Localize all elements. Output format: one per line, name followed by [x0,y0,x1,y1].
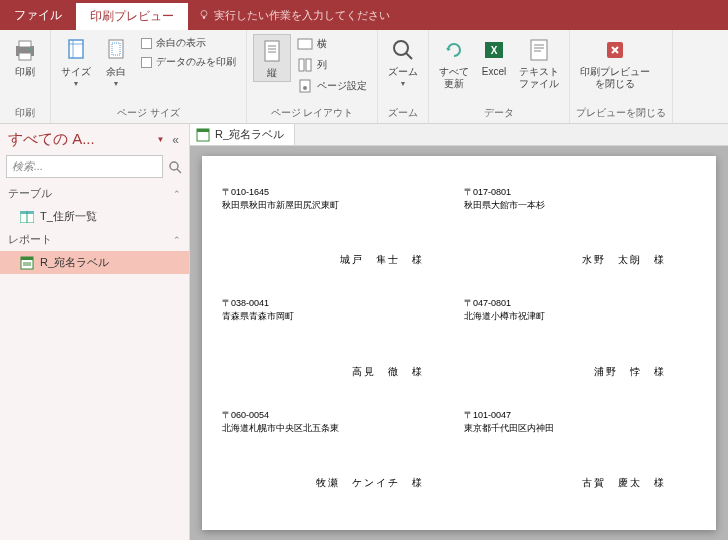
dropdown-icon: ▼ [113,80,120,87]
size-button[interactable]: サイズ ▼ [57,34,95,89]
tell-me-label: 実行したい作業を入力してください [214,8,390,23]
close-icon [601,36,629,64]
address-label: 〒038-0041青森県青森市岡町高見 徹 様 [222,297,454,388]
tab-print-preview[interactable]: 印刷プレビュー [76,0,188,30]
address-label: 〒047-0801北海道小樽市祝津町浦野 悖 様 [464,297,696,388]
refresh-icon [440,36,468,64]
svg-rect-13 [298,39,312,49]
address-line: 秋田県大館市一本杉 [464,199,696,212]
address-line: 北海道札幌市中央区北五条東 [222,422,454,435]
ribbon-group-data: すべて 更新 X Excel テキスト ファイル データ [429,30,570,123]
nav-item-report[interactable]: R_宛名ラベル [0,251,189,274]
address-line: 青森県青森市岡町 [222,310,454,323]
postal-code: 〒101-0047 [464,409,696,422]
svg-rect-15 [306,59,311,71]
svg-line-28 [177,169,181,173]
svg-rect-1 [203,17,205,19]
tell-me-search[interactable]: 実行したい作業を入力してください [188,0,400,30]
report-page: 〒010-1645秋田県秋田市新屋田尻沢東町城戸 隼士 様〒017-0801秋田… [202,156,716,530]
postal-code: 〒060-0054 [222,409,454,422]
nav-section-reports[interactable]: レポート ⌃ [0,228,189,251]
address-line: 東京都千代田区内神田 [464,422,696,435]
margin-icon [102,36,130,64]
page-size-icon [62,36,90,64]
title-bar: ファイル 印刷プレビュー 実行したい作業を入力してください [0,0,728,30]
show-margin-checkbox[interactable]: 余白の表示 [137,34,240,52]
page-setup-button[interactable]: ページ設定 [293,76,371,96]
chevron-up-icon: ⌃ [173,189,181,199]
ribbon-group-close: 印刷プレビュー を閉じる プレビューを閉じる [570,30,673,123]
svg-rect-6 [69,40,83,58]
data-only-checkbox[interactable]: データのみを印刷 [137,53,240,71]
zoom-button[interactable]: ズーム ▼ [384,34,422,89]
svg-rect-4 [19,53,31,60]
document-tab-row: R_宛名ラベル [190,124,728,146]
recipient-name: 古賀 慶太 様 [582,476,666,490]
preview-area[interactable]: 〒010-1645秋田県秋田市新屋田尻沢東町城戸 隼士 様〒017-0801秋田… [190,146,728,540]
document-tab[interactable]: R_宛名ラベル [190,124,295,145]
svg-line-19 [406,53,412,59]
collapse-icon[interactable]: « [170,133,181,147]
svg-point-5 [30,48,32,50]
search-input[interactable]: 検索... [6,155,163,178]
svg-rect-9 [265,41,279,61]
landscape-button[interactable]: 横 [293,34,371,54]
landscape-icon [297,36,313,52]
text-file-icon [525,36,553,64]
portrait-icon [258,37,286,65]
svg-point-0 [201,11,207,17]
svg-rect-22 [531,40,547,60]
dropdown-icon: ▼ [73,80,80,87]
svg-text:X: X [491,45,498,56]
checkbox-icon [141,38,152,49]
page-setup-icon [297,78,313,94]
address-label: 〒010-1645秋田県秋田市新屋田尻沢東町城戸 隼士 様 [222,186,454,277]
nav-header[interactable]: すべての A... ▼ « [0,124,189,155]
zoom-icon [389,36,417,64]
recipient-name: 城戸 隼士 様 [340,253,424,267]
columns-icon [297,57,313,73]
report-icon [196,128,210,142]
dropdown-icon: ▼ [156,135,164,144]
excel-button[interactable]: X Excel [475,34,513,80]
svg-rect-14 [299,59,304,71]
address-label: 〒060-0054北海道札幌市中央区北五条東牧瀬 ケンイチ 様 [222,409,454,500]
columns-button[interactable]: 列 [293,55,371,75]
portrait-button[interactable]: 縦 [253,34,291,82]
print-icon [11,36,39,64]
postal-code: 〒038-0041 [222,297,454,310]
text-file-button[interactable]: テキスト ファイル [515,34,563,92]
search-icon[interactable] [167,159,183,175]
svg-rect-33 [21,257,33,260]
address-line: 北海道小樽市祝津町 [464,310,696,323]
recipient-name: 牧瀬 ケンイチ 様 [316,476,424,490]
checkbox-icon [141,57,152,68]
svg-rect-37 [197,129,209,132]
postal-code: 〒047-0801 [464,297,696,310]
recipient-name: 浦野 悖 様 [594,365,666,379]
postal-code: 〒010-1645 [222,186,454,199]
dropdown-icon: ▼ [400,80,407,87]
recipient-name: 水野 太朗 様 [582,253,666,267]
nav-item-table[interactable]: T_住所一覧 [0,205,189,228]
ribbon: 印刷 印刷 サイズ ▼ 余白 ▼ 余白の表示 [0,30,728,124]
svg-point-17 [303,86,307,90]
close-preview-button[interactable]: 印刷プレビュー を閉じる [576,34,654,92]
margin-button[interactable]: 余白 ▼ [97,34,135,89]
refresh-button[interactable]: すべて 更新 [435,34,473,92]
ribbon-group-print: 印刷 印刷 [0,30,51,123]
nav-section-tables[interactable]: テーブル ⌃ [0,182,189,205]
chevron-up-icon: ⌃ [173,235,181,245]
tab-file[interactable]: ファイル [0,0,76,30]
bulb-icon [198,9,210,21]
print-button[interactable]: 印刷 [6,34,44,80]
postal-code: 〒017-0801 [464,186,696,199]
excel-icon: X [480,36,508,64]
recipient-name: 高見 徹 様 [352,365,424,379]
svg-point-27 [170,162,178,170]
address-label: 〒101-0047東京都千代田区内神田古賀 慶太 様 [464,409,696,500]
svg-point-18 [394,41,408,55]
navigation-pane: すべての A... ▼ « 検索... テーブル ⌃ T_住所一覧 レポート ⌃… [0,124,190,540]
table-icon [20,211,34,223]
ribbon-group-zoom: ズーム ▼ ズーム [378,30,429,123]
